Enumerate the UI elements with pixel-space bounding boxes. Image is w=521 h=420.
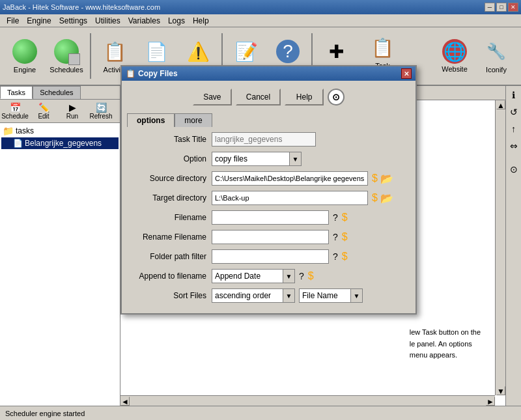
folder-filter-dollar-icon[interactable]: $: [342, 251, 348, 262]
rename-dollar-icon[interactable]: $: [342, 231, 348, 243]
form-row-filename: Filename ? $: [127, 210, 410, 225]
task-title-input[interactable]: [212, 132, 316, 147]
option-select[interactable]: copy files: [212, 152, 290, 166]
option-select-wrap: copy files ▼: [212, 152, 410, 166]
form-control-rename-filename: ? $: [212, 230, 410, 244]
form-control-option: copy files ▼: [212, 152, 410, 166]
dialog-tab-more[interactable]: more: [175, 113, 212, 127]
form-label-option: Option: [127, 154, 212, 163]
filename-input[interactable]: [212, 210, 329, 225]
form-label-task-title: Task Title: [127, 135, 212, 144]
form-row-folder-filter: Folder path filter ? $: [127, 249, 410, 264]
dialog-title-bar: 📋 Copy Files ✕: [122, 66, 415, 81]
target-dir-folder-icon[interactable]: 📂: [380, 192, 393, 204]
form-row-source-dir: Source directory $ 📂: [127, 171, 410, 186]
dialog-button-row: Save Cancel Help ⊙: [127, 86, 410, 108]
form-row-append-filename: Append to filename Append Date ▼ ? $: [127, 269, 410, 283]
append-select-arrow[interactable]: ▼: [283, 269, 295, 283]
append-select[interactable]: Append Date: [212, 269, 283, 283]
sort-by-arrow[interactable]: ▼: [351, 288, 363, 303]
filename-question-icon[interactable]: ?: [333, 212, 338, 223]
form-label-source-dir: Source directory: [127, 174, 212, 183]
rename-question-icon[interactable]: ?: [333, 232, 338, 242]
form-label-append-filename: Append to filename: [127, 272, 212, 281]
form-row-option: Option copy files ▼: [127, 152, 410, 166]
form-control-folder-filter: ? $: [212, 249, 410, 264]
form-control-task-title: [212, 132, 410, 147]
dialog-title-text: Copy Files: [138, 69, 178, 78]
dialog-tabs: options more: [127, 113, 410, 127]
sort-order-select[interactable]: ascending order descending order: [212, 288, 283, 303]
dialog-save-btn[interactable]: Save: [193, 89, 232, 105]
dialog-tab-options[interactable]: options: [127, 113, 175, 127]
form-control-sort-files: ascending order descending order ▼ File …: [212, 288, 410, 303]
form-row-rename-filename: Rename Filename ? $: [127, 230, 410, 244]
form-row-task-title: Task Title: [127, 132, 410, 147]
dialog-target-icon[interactable]: ⊙: [328, 89, 345, 105]
option-select-arrow[interactable]: ▼: [290, 152, 302, 166]
form-label-target-dir: Target directory: [127, 193, 212, 203]
form-row-target-dir: Target directory $ 📂: [127, 191, 410, 205]
append-question-icon[interactable]: ?: [299, 271, 304, 281]
dialog-overlay: 📋 Copy Files ✕ Save Cancel Help ⊙ option…: [0, 0, 521, 420]
rename-filename-input[interactable]: [212, 230, 329, 244]
folder-filter-question-icon[interactable]: ?: [333, 251, 338, 262]
dialog-body: Save Cancel Help ⊙ options more Task Tit…: [122, 81, 415, 313]
form-label-folder-filter: Folder path filter: [127, 252, 212, 261]
source-dir-folder-icon[interactable]: 📂: [380, 173, 393, 185]
dialog-cancel-btn[interactable]: Cancel: [236, 89, 281, 105]
sort-order-select-wrap: ascending order descending order ▼: [212, 288, 295, 303]
sort-by-select[interactable]: File Name File Date File Size: [299, 288, 351, 303]
append-dollar-icon[interactable]: $: [308, 270, 314, 282]
form-label-rename-filename: Rename Filename: [127, 232, 212, 242]
form-control-target-dir: $ 📂: [212, 191, 410, 205]
form-label-sort-files: Sort Files: [127, 291, 212, 300]
append-select-wrap: Append Date ▼: [212, 269, 295, 283]
copy-files-dialog: 📋 Copy Files ✕ Save Cancel Help ⊙ option…: [120, 65, 417, 315]
source-dir-input[interactable]: [212, 171, 368, 186]
form-control-source-dir: $ 📂: [212, 171, 410, 186]
source-dir-dollar-icon[interactable]: $: [372, 173, 378, 184]
filename-dollar-icon[interactable]: $: [342, 212, 348, 223]
target-dir-input[interactable]: [212, 191, 368, 205]
folder-filter-input[interactable]: [212, 249, 329, 264]
form-control-append-filename: Append Date ▼ ? $: [212, 269, 410, 283]
form-control-filename: ? $: [212, 210, 410, 225]
dialog-title-content: 📋 Copy Files: [126, 69, 178, 78]
form-row-sort-files: Sort Files ascending order descending or…: [127, 288, 410, 303]
target-dir-dollar-icon[interactable]: $: [372, 192, 378, 204]
dialog-title-icon: 📋: [126, 69, 135, 78]
sort-by-select-wrap: File Name File Date File Size ▼: [299, 288, 363, 303]
dialog-close-btn[interactable]: ✕: [401, 68, 412, 79]
form-label-filename: Filename: [127, 213, 212, 222]
dialog-help-btn[interactable]: Help: [285, 89, 324, 105]
sort-order-arrow[interactable]: ▼: [283, 288, 295, 303]
dialog-form: Task Title Option copy files ▼: [127, 132, 410, 303]
